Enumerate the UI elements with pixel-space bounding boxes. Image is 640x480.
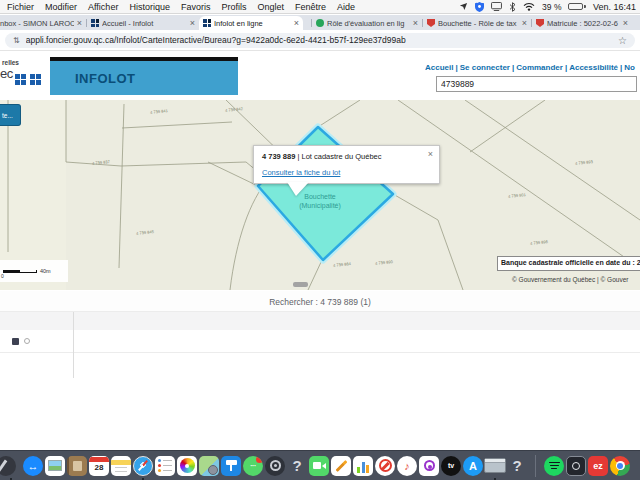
podcasts-icon[interactable] <box>419 456 439 476</box>
link-nous-joindre[interactable]: No <box>624 63 635 72</box>
menu-favoris[interactable]: Favoris <box>181 2 211 12</box>
link-accessibilite[interactable]: Accessibilité <box>569 63 618 72</box>
battery-percent-label: 39 % <box>542 2 561 12</box>
shield-icon[interactable] <box>475 2 484 12</box>
reminders-icon[interactable] <box>155 456 175 476</box>
music-icon[interactable]: ♪ <box>397 456 417 476</box>
red-shield-favicon <box>536 19 544 27</box>
photos-icon[interactable] <box>177 456 197 476</box>
red-shield-favicon <box>427 19 435 27</box>
system-settings-icon[interactable] <box>265 456 285 476</box>
app-store-icon[interactable]: A <box>463 456 483 476</box>
tab-inbox[interactable]: nbox - SIMON LAROCH × <box>0 16 86 30</box>
utilities-icon[interactable] <box>331 456 351 476</box>
link-accueil[interactable]: Accueil <box>425 63 453 72</box>
green-site-favicon <box>316 19 324 27</box>
safari-icon[interactable] <box>133 456 153 476</box>
menu-fenetre[interactable]: Fenêtre <box>295 2 326 12</box>
menu-aide[interactable]: Aide <box>337 2 355 12</box>
map-side-panel-button[interactable]: te... <box>0 104 21 126</box>
app-title: INFOLOT <box>75 71 136 86</box>
consult-lot-sheet-link[interactable]: Consulter la fiche du lot <box>262 168 340 177</box>
link-separator: | <box>512 63 514 72</box>
tab-close-icon[interactable]: × <box>522 19 527 28</box>
cut-off-app-icon[interactable] <box>0 456 16 476</box>
missing-app-icon[interactable]: ? <box>287 456 307 476</box>
screenshot-thumbnail[interactable] <box>484 458 506 473</box>
menubar-status-area: 39 % Ven. 16:41 <box>459 2 640 12</box>
tab-matricule[interactable]: Matricule : 5022-02-6 × <box>532 16 632 30</box>
cadastral-map[interactable]: 4 739 841 4 739 842 4 739 837 4 739 845 … <box>0 100 640 290</box>
missing-app-icon-2[interactable]: ? <box>507 456 527 476</box>
results-header[interactable]: Rechercher : 4 739 889 (1) <box>0 291 640 312</box>
wifi-icon[interactable] <box>523 2 535 11</box>
menubar-clock[interactable]: Ven. 16:41 <box>593 2 636 12</box>
messages-icon[interactable]: ··· <box>243 456 263 476</box>
spotify-icon[interactable] <box>544 456 564 476</box>
screen-mirroring-icon[interactable] <box>491 2 502 11</box>
bookmark-star-icon[interactable]: ☆ <box>618 35 627 46</box>
contacts-icon[interactable] <box>67 456 87 476</box>
battery-icon <box>568 3 586 10</box>
scale-distance-label: 40m <box>40 268 51 274</box>
panel-drag-handle[interactable] <box>293 282 308 287</box>
screen-capture-icon[interactable] <box>566 456 586 476</box>
news-icon[interactable] <box>375 456 395 476</box>
menu-profils[interactable]: Profils <box>221 2 246 12</box>
tab-close-icon[interactable]: × <box>623 19 628 28</box>
notes-icon[interactable] <box>111 456 131 476</box>
link-se-connecter[interactable]: Se connecter <box>460 63 510 72</box>
lot-search-input[interactable] <box>436 76 637 92</box>
result-row[interactable] <box>0 330 640 353</box>
results-column-divider <box>73 312 74 378</box>
bluetooth-icon[interactable] <box>509 2 516 12</box>
menu-items: Fichier Modifier Afficher Historique Fav… <box>0 2 355 12</box>
link-separator: | <box>565 63 567 72</box>
scale-bar <box>3 270 37 273</box>
cadastre-date-notice: Banque cadastrale officielle en date du … <box>497 256 640 271</box>
site-info-icon[interactable]: ⇅ <box>13 36 20 45</box>
tab-title: nbox - SIMON LAROCH <box>0 19 74 28</box>
numbers-icon[interactable] <box>353 456 373 476</box>
menu-fichier[interactable]: Fichier <box>7 2 34 12</box>
tab-close-icon[interactable]: × <box>77 19 82 28</box>
browser-tabstrip: nbox - SIMON LAROCH × Accueil - Infolot … <box>0 15 640 30</box>
calendar-icon[interactable]: 28 <box>89 456 109 476</box>
popup-close-icon[interactable]: × <box>428 150 433 159</box>
tab-title: Infolot en ligne <box>214 19 291 28</box>
infolot-banner: INFOLOT <box>50 57 238 95</box>
menu-historique[interactable]: Historique <box>129 2 170 12</box>
tab-close-icon[interactable]: × <box>190 19 195 28</box>
tab-role-evaluation[interactable]: Rôle d'évaluation en lig × <box>312 16 422 30</box>
macos-screen: Fichier Modifier Afficher Historique Fav… <box>0 0 640 480</box>
preview-icon[interactable] <box>45 456 65 476</box>
tab-accueil-infolot[interactable]: Accueil - Infolot × <box>87 16 199 30</box>
tab-close-icon[interactable]: × <box>413 19 418 28</box>
address-bar[interactable]: ⇅ appli.foncier.gouv.qc.ca/Infolot/Carte… <box>5 33 635 48</box>
menu-afficher[interactable]: Afficher <box>88 2 118 12</box>
tab-close-icon[interactable]: × <box>294 19 299 28</box>
header-nav-links: Accueil|Se connecter|Commander|Accessibi… <box>425 63 640 72</box>
tab-title: Bouchette - Rôle de tax <box>438 19 519 28</box>
popup-tail <box>287 182 309 196</box>
chrome-icon[interactable] <box>610 456 630 476</box>
infolot-favicon <box>91 19 99 27</box>
menu-modifier[interactable]: Modifier <box>45 2 77 12</box>
tab-infolot-en-ligne[interactable]: Infolot en ligne × <box>199 16 303 30</box>
tab-bouchette-role[interactable]: Bouchette - Rôle de tax × <box>423 16 531 30</box>
menu-onglet[interactable]: Onglet <box>257 2 284 12</box>
ez-app-icon[interactable]: ez <box>588 456 608 476</box>
locate-lot-icon[interactable] <box>12 338 19 345</box>
url-text[interactable]: appli.foncier.gouv.qc.ca/Infolot/CarteIn… <box>26 35 612 45</box>
lot-number: 4 739 889 <box>262 152 295 161</box>
apple-tv-icon[interactable]: tv <box>441 456 461 476</box>
teamviewer-icon[interactable]: ↔ <box>23 456 43 476</box>
maps-icon[interactable] <box>199 456 219 476</box>
dock-divider <box>535 455 536 477</box>
facetime-icon[interactable] <box>309 456 329 476</box>
municipality-type: (Municipalité) <box>275 202 365 211</box>
results-subheader-band <box>0 312 640 330</box>
location-arrow-icon[interactable] <box>459 2 468 11</box>
keynote-icon[interactable] <box>221 456 241 476</box>
link-commander[interactable]: Commander <box>516 63 563 72</box>
